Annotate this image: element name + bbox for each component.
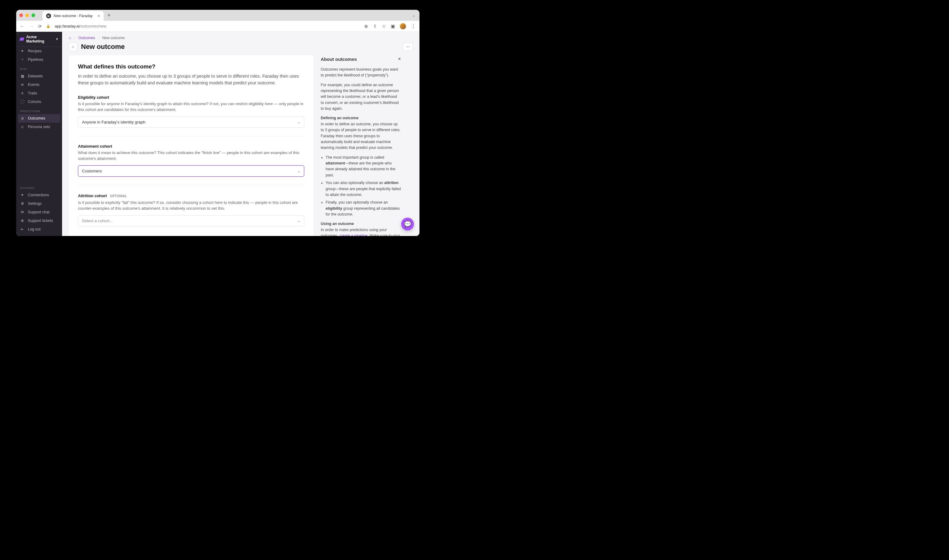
sidebar-heading-account: ACCOUNT (16, 183, 62, 191)
chevron-down-icon: ⌄ (297, 219, 300, 223)
main-content: ⌂ › Outcomes › New outcome ‹ New outcome… (62, 32, 420, 236)
chevron-down-icon: ⌄ (297, 120, 300, 124)
back-icon[interactable]: ← (20, 23, 25, 29)
sidebar-heading-predictions: PREDICTIONS (16, 106, 62, 114)
breadcrumb-current: New outcome (102, 36, 125, 40)
events-icon: ≋ (20, 83, 25, 87)
form-heading: What defines this outcome? (78, 63, 304, 70)
tab-bar: New outcome - Faraday × + ⌄ (16, 10, 420, 21)
help-li3: Finally, you can optionally choose an el… (326, 200, 401, 217)
sidebar: Acme Marketing ▼ ✦Recipes ⑂Pipelines DAT… (16, 32, 62, 236)
bookmark-icon[interactable]: ☆ (382, 23, 386, 29)
pipelines-icon: ⑂ (20, 57, 25, 62)
divider (78, 136, 304, 137)
help-p3: In order to define an outcome, you choos… (321, 122, 400, 150)
url-bar[interactable]: app.faraday.ai/outcomes/new (55, 24, 360, 28)
attrition-field: Attrition cohort OPTIONAL Is it possible… (78, 193, 304, 226)
help-title: About outcomes (321, 55, 357, 63)
more-actions-button[interactable]: ⋯ (403, 43, 413, 51)
tab-title: New outcome - Faraday (54, 14, 93, 18)
sidebar-item-events[interactable]: ≋Events (16, 80, 62, 89)
zoom-icon[interactable]: ⊕ (364, 23, 368, 29)
new-tab-button[interactable]: + (107, 12, 111, 18)
traffic-lights (19, 14, 35, 17)
window-minimize[interactable] (25, 14, 29, 17)
sidebar-item-connections[interactable]: ✦Connections (16, 191, 62, 199)
attainment-field: Attainment cohort What does it mean to a… (78, 144, 304, 177)
reload-icon[interactable]: ⟳ (38, 24, 42, 29)
eligibility-label: Eligibility cohort (78, 95, 304, 100)
breadcrumb: ⌂ › Outcomes › New outcome (62, 32, 420, 40)
attainment-value: Customers (82, 169, 102, 173)
sidebar-item-outcomes[interactable]: ⎋Outcomes (18, 114, 60, 123)
back-button[interactable]: ‹ (69, 43, 77, 51)
create-pipeline-link[interactable]: create a pipeline. (339, 234, 368, 236)
chevron-down-icon: ⌄ (297, 169, 300, 173)
tab-close-icon[interactable]: × (97, 14, 100, 18)
traits-icon: ≡ (20, 91, 25, 95)
attainment-label: Attainment cohort (78, 144, 304, 149)
page-header: ‹ New outcome ⋯ (62, 40, 420, 55)
tab-overflow-icon[interactable]: ⌄ (412, 13, 415, 17)
chat-widget[interactable]: 💬 (401, 218, 414, 231)
forward-icon[interactable]: → (29, 23, 34, 29)
recipes-icon: ✦ (20, 49, 25, 53)
sidebar-item-support-chat[interactable]: ✉Support chat (16, 208, 62, 217)
sidebar-item-persona-sets[interactable]: ☺Persona sets (16, 123, 62, 131)
breadcrumb-outcomes[interactable]: Outcomes (78, 36, 95, 40)
page-title: New outcome (81, 43, 399, 51)
browser-tab[interactable]: New outcome - Faraday × (43, 11, 104, 21)
help-li1: The most important group is called attai… (326, 155, 401, 178)
content-row: What defines this outcome? In order to d… (62, 55, 420, 236)
eligibility-field: Eligibility cohort Is it possible for an… (78, 95, 304, 128)
chevron-right-icon: › (98, 36, 99, 39)
chevron-right-icon: › (74, 36, 75, 39)
favicon-icon (46, 14, 51, 18)
close-icon[interactable]: × (398, 55, 401, 63)
attainment-desc: What does it mean to achieve this outcom… (78, 150, 304, 162)
browser-menu-icon[interactable]: ⋮ (411, 23, 416, 29)
outcomes-icon: ⎋ (20, 116, 25, 120)
form-lead: In order to define an outcome, you choos… (78, 73, 304, 86)
app-root: Acme Marketing ▼ ✦Recipes ⑂Pipelines DAT… (16, 32, 420, 236)
workspace-switcher[interactable]: Acme Marketing ▼ (16, 32, 62, 47)
workspace-name: Acme Marketing (26, 35, 53, 43)
browser-window: New outcome - Faraday × + ⌄ ← → ⟳ 🔒 app.… (16, 10, 420, 236)
window-close[interactable] (19, 14, 23, 17)
address-bar-actions: ⊕ ⇧ ☆ ▣ ⋮ (364, 23, 416, 29)
optional-badge: OPTIONAL (110, 194, 127, 198)
sidebar-item-cohorts[interactable]: ⛶Cohorts (16, 97, 62, 106)
lock-icon: 🔒 (46, 24, 51, 28)
share-icon[interactable]: ⇧ (373, 23, 377, 29)
home-icon[interactable]: ⌂ (69, 35, 71, 40)
sidebar-item-settings[interactable]: ⚙Settings (16, 199, 62, 208)
sidebar-item-log-out[interactable]: ⇤Log out (16, 225, 62, 234)
help-h-using: Using an outcome (321, 222, 354, 226)
help-li2: You can also optionally choose an attrit… (326, 180, 401, 198)
persona-sets-icon: ☺ (20, 125, 25, 129)
caret-down-icon: ▼ (55, 38, 58, 41)
logout-icon: ⇤ (20, 227, 25, 231)
window-maximize[interactable] (31, 14, 35, 17)
sidebar-heading-data: DATA (16, 64, 62, 72)
attrition-placeholder: Select a cohort... (82, 218, 113, 223)
reading-list-icon[interactable]: ▣ (391, 23, 395, 29)
sidebar-item-pipelines[interactable]: ⑂Pipelines (16, 55, 62, 64)
profile-avatar[interactable] (400, 23, 406, 29)
help-list: The most important group is called attai… (321, 155, 401, 218)
eligibility-desc: Is it possible for anyone in Faraday's i… (78, 101, 304, 113)
sidebar-item-recipes[interactable]: ✦Recipes (16, 47, 62, 55)
eligibility-select[interactable]: Anyone in Faraday's identity graph ⌄ (78, 117, 304, 128)
divider (78, 185, 304, 186)
eligibility-value: Anyone in Faraday's identity graph (82, 120, 145, 125)
address-bar: ← → ⟳ 🔒 app.faraday.ai/outcomes/new ⊕ ⇧ … (16, 21, 420, 32)
sidebar-item-datasets[interactable]: ▦Datasets (16, 72, 62, 80)
attrition-select[interactable]: Select a cohort... ⌄ (78, 215, 304, 226)
support-chat-icon: ✉ (20, 210, 25, 214)
attainment-select[interactable]: Customers ⌄ (78, 165, 304, 177)
sidebar-item-traits[interactable]: ≡Traits (16, 89, 62, 97)
sidebar-item-support-tickets[interactable]: ⊕Support tickets (16, 217, 62, 225)
attrition-label: Attrition cohort (78, 194, 107, 198)
attrition-desc: Is it possible to explicitly "fail" this… (78, 200, 304, 212)
settings-icon: ⚙ (20, 202, 25, 206)
